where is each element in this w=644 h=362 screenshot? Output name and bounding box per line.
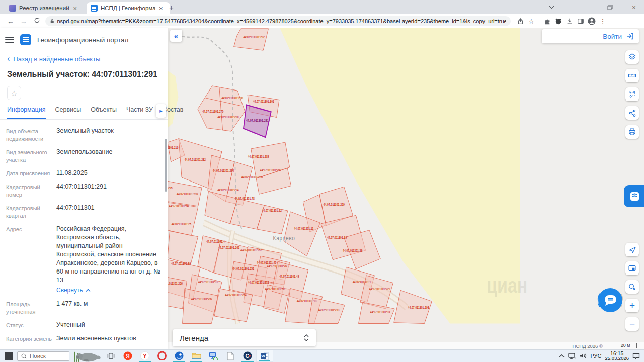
parcel-label[interactable]: 44:07:011301:218: [248, 281, 269, 284]
window-close-button[interactable]: ×: [624, 0, 644, 14]
window-restore-button[interactable]: [600, 0, 620, 14]
back-to-results-link[interactable]: ‹ Назад в найденные объекты: [0, 47, 168, 63]
volume-icon[interactable]: [580, 353, 587, 359]
app-document[interactable]: [222, 350, 239, 362]
documents-side-tab[interactable]: [624, 185, 644, 207]
panel-tab-3[interactable]: Объекты: [91, 106, 117, 119]
selected-parcel-label[interactable]: 44:07:011301:291: [246, 118, 269, 122]
hamburger-menu-icon[interactable]: [5, 37, 14, 43]
panel-tab-4[interactable]: Части ЗУ: [126, 106, 153, 119]
tab-close-icon[interactable]: ×: [72, 5, 78, 12]
parcel-label[interactable]: 44:07:011301:233: [318, 308, 340, 312]
app-file-explorer[interactable]: [188, 350, 205, 362]
measure-button[interactable]: [625, 69, 639, 82]
parcel-label[interactable]: 44:07:011301:296: [177, 192, 198, 196]
new-tab-button[interactable]: +: [169, 3, 174, 12]
area-select-button[interactable]: [625, 87, 639, 101]
tab-close-icon[interactable]: ×: [158, 5, 164, 12]
taskbar-search-box[interactable]: Поиск: [17, 351, 69, 361]
panel-tab-2[interactable]: Сервисы: [55, 106, 82, 119]
panel-tab-1[interactable]: Информация: [7, 106, 46, 119]
parcel-label[interactable]: 44:07:011301:22: [262, 209, 282, 213]
app-remote-desktop[interactable]: [205, 350, 222, 362]
parcel-label[interactable]: 44:07:011301:290: [242, 175, 263, 179]
parcel-label[interactable]: 44:07:011301:25: [172, 222, 192, 226]
parcel-label[interactable]: 44:07:011301:24: [169, 204, 189, 208]
parcel-label[interactable]: 44:07:011301:13: [297, 300, 317, 303]
legend-bar[interactable]: Легенда: [173, 329, 316, 346]
parcel-label[interactable]: 44:07:011301:1: [353, 280, 371, 284]
parcel-label[interactable]: 44:07:011301:31: [198, 280, 218, 284]
parcel-label[interactable]: 44:07:011301:50: [265, 288, 284, 291]
parcel-label[interactable]: 7:011301:256: [168, 282, 183, 286]
parcel-label[interactable]: 44:07:011301:39: [343, 249, 363, 252]
parcel-label[interactable]: 44:07:011301:257: [191, 297, 212, 301]
app-yandex-start[interactable]: Я: [119, 350, 136, 362]
tabs-scroll-right-button[interactable]: ▸: [156, 104, 166, 118]
extensions-puzzle-icon[interactable]: [542, 18, 553, 25]
parcel-label[interactable]: 44:07:011301:19: [327, 236, 347, 240]
print-button[interactable]: [625, 125, 639, 139]
panel-scrollbar[interactable]: [165, 138, 167, 349]
parcel-label[interactable]: 44:07:011301:49: [279, 275, 299, 278]
browser-tab-reestr[interactable]: Реестр извещений ×: [5, 2, 89, 14]
parcel-label[interactable]: 44:07:011301:26: [267, 265, 287, 268]
zoom-out-button[interactable]: −: [625, 317, 639, 331]
news-widget-manatee-image[interactable]: [71, 350, 102, 362]
bookmark-star-icon[interactable]: ☆: [526, 18, 537, 25]
tab-search-icon[interactable]: [541, 0, 561, 14]
hidden-icons-chevron[interactable]: [559, 354, 565, 358]
parcel-label[interactable]: 44:07:011301:293: [408, 306, 430, 310]
parcel-label[interactable]: 44:07:011301:252: [240, 249, 262, 252]
parcel-label[interactable]: 44:07:011301:292: [244, 36, 265, 39]
parcel-label[interactable]: 44:07:011301:262: [218, 246, 240, 249]
parcel-label[interactable]: 44:07:011301:224: [217, 188, 239, 192]
task-view-button[interactable]: [102, 350, 119, 362]
parcel-label[interactable]: 44:07:011301:78: [234, 197, 255, 201]
parcel-label[interactable]: 44:07:011301:89: [171, 262, 191, 265]
parcel-label[interactable]: 44:07:011301:259: [324, 203, 345, 207]
parcel-label[interactable]: 44:07:011301:270: [202, 110, 223, 114]
parcel-label[interactable]: :295: [168, 186, 173, 190]
app-atom-browser[interactable]: [171, 350, 188, 362]
app-yandex-browser[interactable]: Y: [136, 350, 153, 362]
browser-menu-icon[interactable]: ⋮: [597, 18, 608, 25]
app-consultant-plus[interactable]: C: [239, 350, 256, 362]
forward-icon[interactable]: →: [17, 17, 30, 25]
app-word[interactable]: W: [256, 350, 273, 362]
zoom-in-button[interactable]: +: [625, 299, 639, 312]
language-indicator[interactable]: РУС: [590, 353, 601, 359]
search-on-map-button[interactable]: [625, 280, 639, 294]
collapse-panel-button[interactable]: «: [170, 30, 182, 42]
login-bar[interactable]: Войти: [542, 29, 639, 43]
minimap-button[interactable]: [625, 261, 639, 275]
parcel-label[interactable]: 1301:216: [168, 146, 179, 149]
download-icon[interactable]: [564, 18, 575, 25]
extension-dark-icon[interactable]: [553, 18, 564, 25]
parcel-label[interactable]: 44:07:011301:280: [217, 116, 238, 119]
profile-avatar[interactable]: [586, 17, 597, 25]
start-button[interactable]: [0, 352, 17, 360]
parcel-label[interactable]: 44:07:011301:229: [369, 288, 391, 291]
app-opera[interactable]: [153, 350, 171, 362]
parcel-label[interactable]: 44:07:011301:232: [185, 158, 206, 161]
layers-button[interactable]: [625, 50, 639, 64]
chat-fab[interactable]: [595, 285, 626, 316]
parcel-label[interactable]: 44:07:011301:251: [233, 267, 255, 270]
url-bar[interactable]: nspd.gov.ru/map?thematic=PKK&zoom=17.547…: [45, 16, 511, 26]
parcel-label[interactable]: 44:07:011301:40: [257, 261, 276, 264]
browser-tab-nspd[interactable]: НСПД | Геоинформационный п ×: [87, 2, 170, 14]
share-icon[interactable]: [515, 18, 526, 25]
reload-icon[interactable]: [30, 17, 43, 25]
parcel-label[interactable]: 44:07:011301:11: [294, 227, 314, 230]
locate-button[interactable]: [625, 243, 639, 256]
favorite-star-button[interactable]: ☆: [7, 86, 21, 100]
parcel-label[interactable]: 44:07:011301:288: [222, 96, 244, 100]
map-canvas[interactable]: циан 44:07:011301:29244:07:011301:28844:…: [168, 28, 644, 349]
side-panel-icon[interactable]: [575, 18, 586, 25]
collapse-address-link[interactable]: Свернуть: [56, 286, 91, 295]
parcel-label[interactable]: 44:07:011301:4: [206, 240, 225, 243]
parcel-label[interactable]: 44:07:011301:254: [225, 294, 247, 297]
back-icon[interactable]: ←: [4, 17, 17, 25]
parcel-label[interactable]: 44:07:011301:289: [248, 155, 269, 159]
